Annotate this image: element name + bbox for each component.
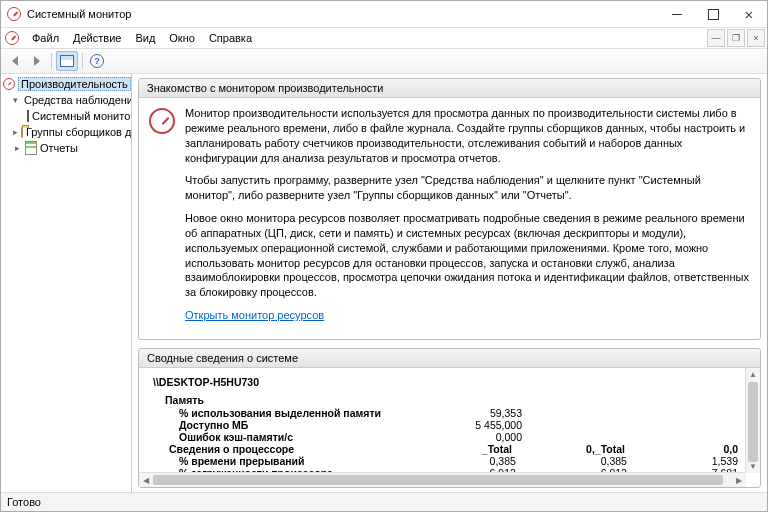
menu-view[interactable]: Вид <box>128 30 162 46</box>
help-button[interactable]: ? <box>87 52 107 70</box>
sysmon-icon <box>27 110 29 122</box>
expand-icon[interactable]: ▸ <box>13 144 22 153</box>
expand-icon[interactable]: ▸ <box>13 128 18 137</box>
mdi-restore-button[interactable]: ❐ <box>727 29 745 47</box>
scroll-left-icon[interactable]: ◀ <box>139 473 153 487</box>
show-hide-tree-button[interactable] <box>56 51 78 71</box>
perf-monitor-icon <box>149 108 175 134</box>
section-memory-title: Память <box>165 394 742 406</box>
folder-icon <box>21 127 23 138</box>
forward-button[interactable] <box>27 52 47 70</box>
open-resource-monitor-link[interactable]: Открыть монитор ресурсов <box>185 309 324 321</box>
tree-node-performance[interactable]: Производительность <box>3 76 131 92</box>
system-summary-header: Сводные сведения о системе <box>139 349 760 368</box>
intro-panel-header: Знакомство с монитором производительност… <box>139 79 760 98</box>
scroll-thumb-h[interactable] <box>153 475 723 485</box>
title-bar: Системный монитор × <box>1 1 767 28</box>
app-menu-icon <box>5 31 19 45</box>
toolbar: ? <box>1 49 767 74</box>
app-icon <box>7 7 21 21</box>
scroll-thumb-v[interactable] <box>748 382 758 462</box>
status-text: Готово <box>7 496 41 508</box>
menu-help[interactable]: Справка <box>202 30 259 46</box>
maximize-button[interactable] <box>695 2 731 26</box>
intro-paragraph-1: Монитор производительности используется … <box>185 106 750 165</box>
window-title: Системный монитор <box>27 8 131 20</box>
perf-icon <box>3 78 15 90</box>
intro-panel: Знакомство с монитором производительност… <box>138 78 761 340</box>
menu-window[interactable]: Окно <box>162 30 202 46</box>
menu-action[interactable]: Действие <box>66 30 128 46</box>
mdi-close-button[interactable]: × <box>747 29 765 47</box>
table-row: Ошибок кэш-памяти/с 0,000 <box>175 431 742 443</box>
scroll-up-icon[interactable]: ▲ <box>746 368 760 382</box>
scroll-right-icon[interactable]: ▶ <box>732 473 746 487</box>
system-summary-content: \\DESKTOP-H5HU730 Память % использования… <box>139 368 746 473</box>
intro-paragraph-2: Чтобы запустить программу, разверните уз… <box>185 173 750 203</box>
back-button[interactable] <box>5 52 25 70</box>
minimize-button[interactable] <box>659 2 695 26</box>
horizontal-scrollbar[interactable]: ◀ ▶ <box>139 472 746 487</box>
summary-hostname: \\DESKTOP-H5HU730 <box>153 376 742 388</box>
navigation-tree[interactable]: Производительность ▾ Средства наблюдения… <box>1 74 132 492</box>
table-row: % использования выделенной памяти 59,353 <box>175 407 742 419</box>
tree-node-data-collector-sets[interactable]: ▸ Группы сборщиков данных <box>13 124 131 140</box>
table-row: % времени прерываний 0,385 0,385 1,539 <box>175 455 742 467</box>
menu-bar: Файл Действие Вид Окно Справка — ❐ × <box>1 28 767 49</box>
tree-node-monitoring-tools[interactable]: ▾ Средства наблюдения <box>13 92 131 108</box>
intro-paragraph-3: Новое окно монитора ресурсов позволяет п… <box>185 211 750 300</box>
vertical-scrollbar[interactable]: ▲ ▼ <box>745 368 760 473</box>
section-cpu-header: Сведения о процессоре _Total 0,_Total 0,… <box>175 443 742 455</box>
close-button[interactable]: × <box>731 2 767 26</box>
system-summary-panel: Сводные сведения о системе \\DESKTOP-H5H… <box>138 348 761 488</box>
status-bar: Готово <box>1 492 767 511</box>
collapse-icon[interactable]: ▾ <box>13 96 18 105</box>
mdi-min-button[interactable]: — <box>707 29 725 47</box>
tree-node-reports[interactable]: ▸ Отчеты <box>13 140 131 156</box>
report-icon <box>25 141 37 155</box>
tree-node-system-monitor[interactable]: Системный монитор <box>27 108 131 124</box>
menu-file[interactable]: Файл <box>25 30 66 46</box>
table-row: Доступно МБ 5 455,000 <box>175 419 742 431</box>
